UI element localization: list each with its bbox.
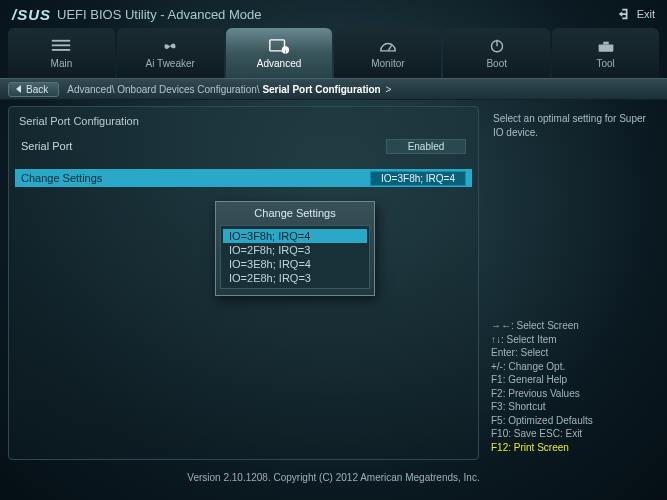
svg-rect-1 bbox=[52, 45, 70, 47]
exit-label: Exit bbox=[637, 8, 655, 20]
toolbox-icon bbox=[595, 38, 617, 56]
popup-body: IO=3F8h; IRQ=4 IO=2F8h; IRQ=3 IO=3E8h; I… bbox=[220, 225, 370, 289]
spacer bbox=[15, 155, 472, 169]
tab-monitor[interactable]: Monitor bbox=[334, 28, 441, 78]
arrow-left-icon bbox=[15, 85, 23, 93]
tab-tool[interactable]: Tool bbox=[552, 28, 659, 78]
setting-label: Change Settings bbox=[21, 172, 370, 184]
popup-title: Change Settings bbox=[216, 202, 374, 225]
gauge-icon bbox=[377, 38, 399, 56]
key-hint: F5: Optimized Defaults bbox=[491, 414, 655, 428]
breadcrumb-part[interactable]: Onboard Devices Configuration bbox=[117, 84, 257, 95]
app-title: UEFI BIOS Utility - Advanced Mode bbox=[57, 7, 261, 22]
key-hints: →←: Select Screen ↑↓: Select Item Enter:… bbox=[487, 313, 659, 460]
tab-label: Boot bbox=[486, 58, 507, 69]
popup-option[interactable]: IO=3F8h; IRQ=4 bbox=[223, 229, 367, 243]
breadcrumb: Advanced\ Onboard Devices Configuration\… bbox=[67, 84, 393, 95]
tab-ai-tweaker[interactable]: Ai Tweaker bbox=[117, 28, 224, 78]
list-icon bbox=[50, 38, 72, 56]
content-body: Serial Port Configuration Serial Port En… bbox=[0, 100, 667, 466]
key-hint: F3: Shortcut bbox=[491, 400, 655, 414]
tab-label: Advanced bbox=[257, 58, 301, 69]
tab-boot[interactable]: Boot bbox=[443, 28, 550, 78]
svg-rect-10 bbox=[603, 42, 609, 45]
tab-label: Ai Tweaker bbox=[146, 58, 195, 69]
svg-rect-0 bbox=[52, 40, 70, 42]
fan-icon bbox=[159, 38, 181, 56]
tab-advanced[interactable]: i Advanced bbox=[226, 28, 333, 78]
section-title: Serial Port Configuration bbox=[15, 115, 472, 127]
exit-button[interactable]: Exit bbox=[617, 7, 655, 21]
key-hint: ↑↓: Select Item bbox=[491, 333, 655, 347]
breadcrumb-current: Serial Port Configuration bbox=[262, 84, 380, 95]
setting-row-change-settings[interactable]: Change Settings IO=3F8h; IRQ=4 bbox=[15, 169, 472, 187]
svg-text:i: i bbox=[285, 48, 286, 54]
popup-option[interactable]: IO=3E8h; IRQ=4 bbox=[223, 257, 367, 271]
key-hint: →←: Select Screen bbox=[491, 319, 655, 333]
change-settings-popup: Change Settings IO=3F8h; IRQ=4 IO=2F8h; … bbox=[215, 201, 375, 296]
tab-main[interactable]: Main bbox=[8, 28, 115, 78]
svg-rect-9 bbox=[598, 45, 613, 52]
svg-line-6 bbox=[388, 46, 392, 52]
brand-logo: /SUS UEFI BIOS Utility - Advanced Mode bbox=[12, 6, 261, 23]
setting-row-serial-port[interactable]: Serial Port Enabled bbox=[15, 137, 472, 155]
tab-label: Tool bbox=[596, 58, 614, 69]
exit-icon bbox=[617, 7, 631, 21]
chevron-right-icon: > bbox=[386, 84, 392, 95]
key-hint: F2: Previous Values bbox=[491, 387, 655, 401]
help-text: Select an optimal setting for Super IO d… bbox=[487, 106, 659, 313]
popup-option[interactable]: IO=2E8h; IRQ=3 bbox=[223, 271, 367, 285]
setting-label: Serial Port bbox=[21, 140, 386, 152]
key-hint: F1: General Help bbox=[491, 373, 655, 387]
back-label: Back bbox=[26, 84, 48, 95]
tab-label: Main bbox=[51, 58, 73, 69]
monitor-info-icon: i bbox=[268, 38, 290, 56]
key-hint-highlight: F12: Print Screen bbox=[491, 441, 655, 455]
breadcrumb-row: Back Advanced\ Onboard Devices Configura… bbox=[0, 78, 667, 100]
breadcrumb-part[interactable]: Advanced bbox=[67, 84, 111, 95]
key-hint: +/-: Change Opt. bbox=[491, 360, 655, 374]
popup-option[interactable]: IO=2F8h; IRQ=3 bbox=[223, 243, 367, 257]
settings-panel: Serial Port Configuration Serial Port En… bbox=[8, 106, 479, 460]
tab-label: Monitor bbox=[371, 58, 404, 69]
setting-value[interactable]: IO=3F8h; IRQ=4 bbox=[370, 171, 466, 186]
brand-mark: /SUS bbox=[12, 6, 51, 23]
header-bar: /SUS UEFI BIOS Utility - Advanced Mode E… bbox=[0, 0, 667, 26]
key-hint: Enter: Select bbox=[491, 346, 655, 360]
svg-rect-2 bbox=[52, 49, 70, 51]
power-icon bbox=[486, 38, 508, 56]
key-hint: F10: Save ESC: Exit bbox=[491, 427, 655, 441]
side-panel: Select an optimal setting for Super IO d… bbox=[487, 106, 659, 460]
back-button[interactable]: Back bbox=[8, 82, 59, 97]
footer-text: Version 2.10.1208. Copyright (C) 2012 Am… bbox=[0, 466, 667, 489]
main-tabs: Main Ai Tweaker i Advanced Monitor Boot … bbox=[0, 26, 667, 78]
setting-value[interactable]: Enabled bbox=[386, 139, 466, 154]
